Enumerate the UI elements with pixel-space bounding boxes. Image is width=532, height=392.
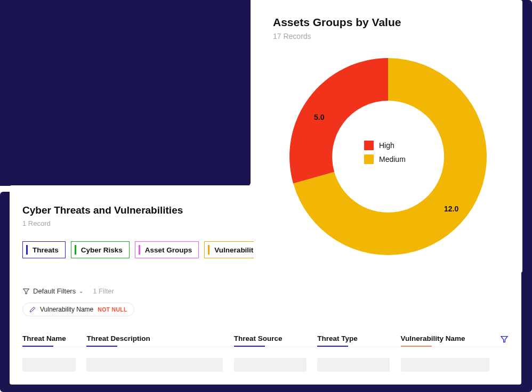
column-header-threat-name[interactable]: Threat Name	[22, 334, 76, 346]
table-section: Threat Name Threat Description Threat So…	[22, 334, 509, 372]
svg-marker-1	[501, 337, 507, 342]
filter-chips-row: Vulnerability Name NOT NULL	[22, 303, 509, 316]
tab-indicator	[208, 245, 209, 255]
skeleton-cell	[22, 358, 76, 372]
chart-subtitle: 17 Records	[273, 32, 503, 40]
filter-chip-badge: NOT NULL	[98, 306, 127, 313]
filter-chip-label: Vulnerability Name	[40, 306, 93, 313]
legend-label: Medium	[379, 155, 406, 164]
column-filter-icon[interactable]	[500, 335, 509, 344]
pencil-icon	[29, 306, 36, 313]
legend-item-high: High	[364, 141, 406, 150]
chevron-down-icon: ⌄	[79, 288, 83, 294]
table-row	[22, 358, 509, 372]
chart-card: Assets Groups by Value 17 Records 5.0 12…	[254, 0, 522, 273]
column-header-threat-type[interactable]: Threat Type	[317, 334, 390, 346]
donut-label-high: 5.0	[314, 113, 324, 121]
legend-swatch-medium	[364, 154, 374, 164]
tab-threats[interactable]: Threats	[22, 241, 66, 258]
skeleton-cell	[317, 358, 390, 372]
tab-indicator	[139, 245, 140, 255]
skeleton-cell	[401, 358, 489, 372]
tab-cyber-risks[interactable]: Cyber Risks	[71, 241, 130, 258]
filter-count-label: 1 Filter	[93, 287, 114, 295]
filter-chip-vulnerability-name[interactable]: Vulnerability Name NOT NULL	[22, 303, 134, 316]
default-filters-dropdown[interactable]: Default Filters ⌄	[22, 287, 83, 295]
legend-item-medium: Medium	[364, 154, 406, 164]
svg-marker-0	[23, 289, 29, 293]
chart-legend: High Medium	[364, 141, 406, 168]
spacer	[500, 358, 509, 372]
chart-title: Assets Groups by Value	[273, 16, 503, 29]
tab-label: Asset Groups	[145, 246, 192, 254]
donut-label-medium: 12.0	[444, 205, 458, 213]
tab-label: Threats	[33, 246, 59, 254]
column-header-vulnerability-name[interactable]: Vulnerability Name	[401, 334, 489, 346]
filters-row: Default Filters ⌄ 1 Filter	[22, 287, 509, 295]
legend-label: High	[379, 141, 394, 150]
donut-chart: 5.0 12.0 High Medium	[273, 50, 503, 263]
tab-asset-groups[interactable]: Asset Groups	[135, 241, 199, 258]
tab-indicator	[26, 245, 28, 255]
decorative-shadow-top	[0, 0, 251, 186]
filter-icon	[22, 288, 30, 295]
legend-swatch-high	[364, 141, 374, 150]
table-header-row: Threat Name Threat Description Threat So…	[22, 334, 509, 346]
default-filters-label: Default Filters	[33, 287, 76, 295]
tab-indicator	[75, 245, 76, 255]
tab-label: Cyber Risks	[81, 246, 123, 254]
column-header-threat-source[interactable]: Threat Source	[234, 334, 307, 346]
column-header-threat-description[interactable]: Threat Description	[86, 334, 223, 346]
skeleton-cell	[234, 358, 307, 372]
table-header-divider	[22, 347, 509, 347]
skeleton-cell	[86, 358, 223, 372]
